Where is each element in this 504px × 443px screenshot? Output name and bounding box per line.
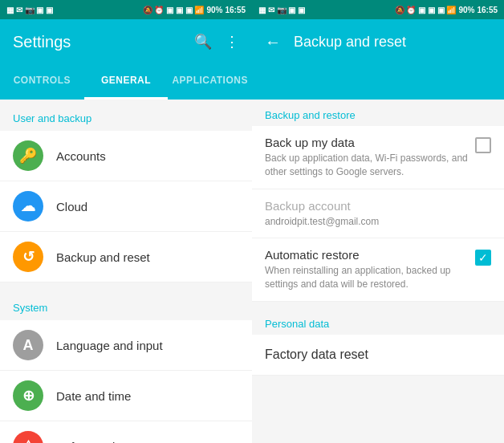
menu-item-datetime[interactable]: ⊕ Date and time [0,371,252,421]
left-panel: ▦ ✉ 📷 ▣ ▣ 🔕 ⏰ ▣ ▣ ▣ 📶 90% 16:55 Settings… [0,0,252,443]
section-user-backup: User and backup [0,100,252,131]
time-left: 16:55 [225,6,246,14]
item-backup-account: Backup account androidpit.test@gmail.com [252,189,504,239]
cloud-icon: ☁ [13,191,43,222]
accounts-label: Accounts [56,149,106,163]
search-icon[interactable]: 🔍 [194,33,212,51]
backup-header: ← Backup and reset [252,19,504,64]
auto-restore-subtitle: When reinstalling an application, backed… [265,264,469,291]
item-backup-data[interactable]: Back up my data Back up application data… [252,126,504,189]
signal-icons-right: 🔕 ⏰ ▣ ▣ ▣ 📶 [395,6,457,14]
right-header-spacer [252,64,504,100]
status-icons-right: ▦ ✉ 📷 ▣ ▣ [258,6,305,14]
notification-icons-right: ▦ ✉ 📷 ▣ ▣ [258,6,305,14]
header-icons: 🔍 ⋮ [194,33,239,51]
safety-label: Safety assistance [56,440,151,444]
accounts-icon: 🔑 [13,140,43,171]
backup-data-checkbox[interactable] [475,137,491,153]
auto-restore-title: Automatic restore [265,248,469,262]
settings-header: Settings 🔍 ⋮ [0,19,252,64]
section-divider-1 [0,282,252,289]
backup-data-subtitle: Back up application data, Wi-Fi password… [265,152,469,179]
tab-applications[interactable]: APPLICATIONS [168,64,252,100]
section-backup-restore: Backup and restore [252,100,504,126]
backup-account-content: Backup account androidpit.test@gmail.com [265,199,491,229]
factory-reset-title: Factory data reset [265,347,491,362]
more-icon[interactable]: ⋮ [225,33,239,51]
right-section-divider [252,302,504,308]
item-auto-restore[interactable]: Automatic restore When reinstalling an a… [252,238,504,302]
battery-left: 90% [206,6,222,14]
system-icons-right: 🔕 ⏰ ▣ ▣ ▣ 📶 90% 16:55 [395,6,498,14]
backup-data-title: Back up my data [265,136,469,149]
status-bar-left: ▦ ✉ 📷 ▣ ▣ 🔕 ⏰ ▣ ▣ ▣ 📶 90% 16:55 [0,0,252,19]
language-icon: A [13,330,43,360]
tab-general[interactable]: GENERAL [84,64,169,100]
settings-title: Settings [13,33,71,51]
backup-account-email: androidpit.test@gmail.com [265,215,485,229]
language-label: Language and input [56,339,163,352]
right-panel: ▦ ✉ 📷 ▣ ▣ 🔕 ⏰ ▣ ▣ ▣ 📶 90% 16:55 ← Backup… [252,0,504,443]
menu-item-language[interactable]: A Language and input [0,320,252,371]
menu-item-backup-reset[interactable]: ↺ Backup and reset [0,232,252,282]
system-icons-left: 🔕 ⏰ ▣ ▣ ▣ 📶 90% 16:55 [143,6,246,14]
safety-icon: ⚠ [13,431,43,443]
notification-icons: ▦ ✉ 📷 ▣ ▣ [6,6,53,14]
status-icons-left: ▦ ✉ 📷 ▣ ▣ [6,6,53,14]
auto-restore-content: Automatic restore When reinstalling an a… [265,248,475,291]
battery-right: 90% [458,6,474,14]
datetime-icon: ⊕ [13,380,43,411]
settings-tabs: CONTROLS GENERAL APPLICATIONS [0,64,252,100]
settings-list: User and backup 🔑 Accounts ☁ Cloud ↺ Bac… [0,100,252,443]
backup-title: Backup and reset [294,34,406,51]
back-button[interactable]: ← [265,33,281,51]
menu-item-safety[interactable]: ⚠ Safety assistance [0,421,252,443]
section-system: System [0,289,252,320]
status-bar-right: ▦ ✉ 📷 ▣ ▣ 🔕 ⏰ ▣ ▣ ▣ 📶 90% 16:55 [252,0,504,19]
signal-icons: 🔕 ⏰ ▣ ▣ ▣ 📶 [143,6,205,14]
backup-data-content: Back up my data Back up application data… [265,136,475,179]
menu-item-cloud[interactable]: ☁ Cloud [0,181,252,232]
datetime-label: Date and time [56,389,131,403]
time-right: 16:55 [477,6,498,14]
backup-label: Backup and reset [56,250,150,264]
backup-content: Backup and restore Back up my data Back … [252,100,504,443]
auto-restore-checkbox[interactable]: ✓ [475,250,491,266]
section-personal-data: Personal data [252,308,504,335]
item-factory-reset[interactable]: Factory data reset [252,335,504,376]
cloud-label: Cloud [56,200,87,213]
backup-icon: ↺ [13,242,43,272]
backup-account-title: Backup account [265,199,485,213]
menu-item-accounts[interactable]: 🔑 Accounts [0,131,252,181]
tab-controls[interactable]: CONTROLS [0,64,84,100]
